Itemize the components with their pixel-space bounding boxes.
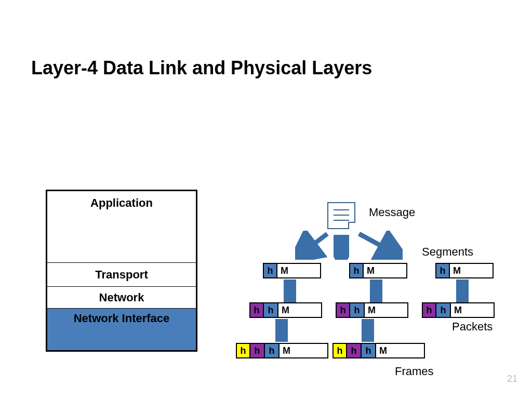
arrow-seg-to-pkt-1	[284, 280, 296, 302]
header-transport: h	[350, 302, 365, 318]
header-transport: h	[265, 343, 280, 358]
label-message: Message	[369, 206, 415, 219]
header-transport: h	[362, 343, 376, 358]
packet-3: h h M	[422, 302, 495, 318]
header-link: h	[236, 343, 250, 358]
layer-application: Application	[47, 191, 196, 263]
header-network: h	[249, 302, 264, 318]
header-link: h	[332, 343, 347, 358]
header-transport: h	[264, 302, 278, 318]
label-packets: Packets	[452, 320, 493, 334]
header-transport: h	[349, 263, 364, 278]
message-doc-icon	[327, 202, 355, 229]
layer-network-interface: Network Interface	[47, 309, 196, 350]
svg-line-0	[301, 234, 327, 254]
header-network: h	[250, 343, 265, 358]
arrow-pkt-to-frame-2	[362, 319, 374, 342]
packet-2: h h M	[336, 302, 408, 318]
packet-1: h h M	[249, 302, 322, 318]
arrow-doc-to-seg-right	[356, 231, 403, 260]
segment-1: h M	[263, 263, 321, 278]
arrow-seg-to-pkt-2	[370, 280, 382, 302]
segment-3: h M	[435, 263, 494, 278]
header-transport: h	[436, 302, 451, 318]
header-network: h	[422, 302, 436, 318]
layer-transport: Transport	[47, 263, 196, 287]
label-segments: Segments	[422, 245, 473, 259]
layer-network: Network	[47, 287, 196, 309]
payload: M	[278, 302, 322, 318]
payload: M	[365, 302, 408, 318]
label-frames: Frames	[395, 365, 434, 378]
arrow-doc-to-seg-left	[295, 231, 331, 260]
payload: M	[277, 263, 321, 278]
arrow-pkt-to-frame-1	[275, 319, 288, 342]
arrow-doc-to-seg-mid	[334, 233, 349, 260]
layer-stack-table: Application Transport Network Network In…	[46, 190, 197, 352]
payload: M	[364, 263, 407, 278]
arrow-seg-to-pkt-3	[456, 280, 469, 302]
payload: M	[450, 263, 494, 278]
header-network: h	[347, 343, 362, 358]
svg-line-2	[359, 234, 395, 254]
payload: M	[280, 343, 328, 358]
header-transport: h	[263, 263, 277, 278]
frame-2: h h h M	[332, 343, 425, 358]
payload: M	[451, 302, 495, 318]
slide-title: Layer-4 Data Link and Physical Layers	[31, 57, 372, 79]
header-network: h	[336, 302, 350, 318]
frame-1: h h h M	[236, 343, 328, 358]
payload: M	[376, 343, 425, 358]
page-number: 21	[507, 374, 517, 384]
segment-2: h M	[349, 263, 407, 278]
header-transport: h	[435, 263, 450, 278]
